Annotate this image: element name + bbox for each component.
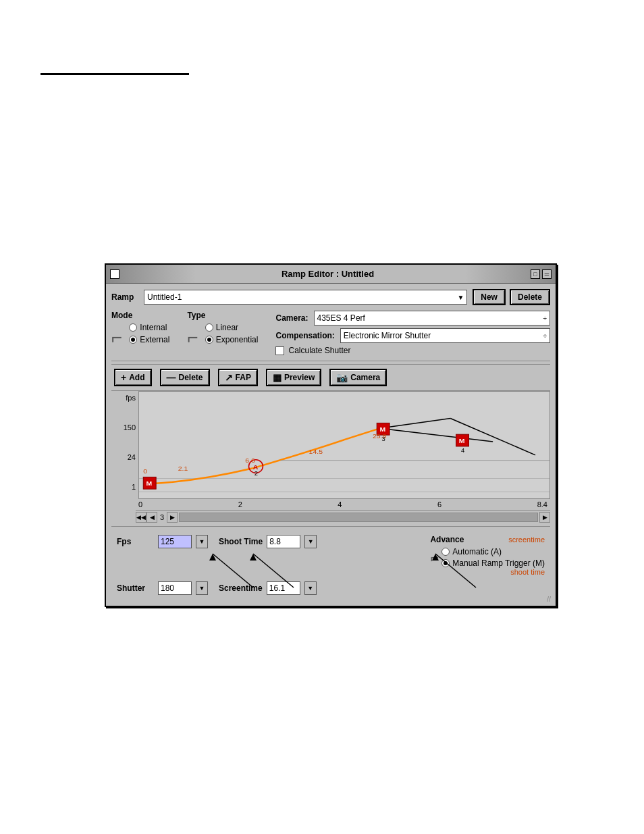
ramp-label: Ramp [111,292,138,302]
mode-internal-radio[interactable] [129,323,137,332]
y-axis: fps 150 24 1 [111,391,138,499]
mode-external-radio[interactable] [129,336,137,344]
scroll-right[interactable]: ▶ [167,512,178,523]
advance-automatic[interactable]: ⌐ Automatic (A) Manual Ramp Trigger (M) [430,547,545,568]
camera-icon: 📷 [336,372,348,383]
svg-text:6.6: 6.6 [245,457,255,464]
ramp-select[interactable]: Untitled-1 ▼ [144,290,467,305]
type-exponential[interactable]: Exponential [205,335,259,344]
manual-label: Manual Ramp Trigger (M) [452,558,545,568]
scroll-number: 3 [157,513,167,521]
automatic-radio-item[interactable]: Automatic (A) [441,547,545,556]
ramp-editor-window: Ramp Editor : Untitled □ ═ Ramp Untitled… [105,263,557,607]
automatic-radio[interactable] [441,548,450,556]
scroll-left[interactable]: ◀ [146,512,157,523]
mode-external[interactable]: External [129,335,169,344]
preview-button[interactable]: ▦ Preview [266,369,321,386]
x-84: 8.4 [537,500,547,509]
y-150: 150 [114,423,136,432]
calc-shutter-checkbox[interactable] [275,346,284,355]
add-button[interactable]: + Add [114,369,152,386]
shoot-time-label: Shoot Time [219,537,263,546]
shutter-group: Shutter ▼ [117,581,208,595]
type-linear-radio[interactable] [205,323,213,332]
x-0: 0 [138,500,142,509]
type-bracket: ⌐ [187,328,198,347]
camera-dropdown-arrow[interactable]: ÷ [543,315,547,322]
type-header: Type [187,311,258,320]
camera-section: Camera: 435ES 4 Perf ÷ Compensation: Ele… [275,311,550,355]
fps-input[interactable] [158,535,192,548]
automatic-label: Automatic (A) [452,547,502,556]
camera-select[interactable]: 435ES 4 Perf ÷ [314,311,551,325]
shutter-input[interactable] [158,581,192,595]
compensation-dropdown-arrow[interactable]: ÷ [543,332,547,340]
svg-text:0: 0 [143,468,147,475]
calc-shutter-label: Calculate Shutter [288,346,350,355]
mode-internal[interactable]: Internal [129,323,169,332]
new-button[interactable]: New [473,289,506,305]
fap-button[interactable]: ↗ FAP [218,369,258,386]
mode-radio-group: Internal External [129,323,169,347]
scroll-right-end[interactable]: ▶ [539,512,550,523]
graph-canvas[interactable]: M A 2 M 3 M 4 0 2.1 6.6 [138,391,550,499]
zoom-button[interactable]: □ [531,269,540,279]
add-icon: + [121,372,126,383]
compensation-select[interactable]: Electronic Mirror Shutter ÷ [340,328,550,343]
screentime-input[interactable] [267,581,300,595]
delete-button[interactable]: — Delete [160,369,210,386]
type-linear[interactable]: Linear [205,323,259,332]
manual-radio-item[interactable]: Manual Ramp Trigger (M) [441,558,545,568]
shoot-time-label-orange: shoot time [430,568,545,576]
advance-bracket: ⌐ [430,550,439,565]
mode-internal-label: Internal [140,323,167,332]
delete-label: Delete [179,373,203,382]
fps-label: fps [114,394,136,402]
collapse-button[interactable]: ═ [542,269,552,279]
type-radio-group: Linear Exponential [205,323,259,347]
shutter-dropdown[interactable]: ▼ [196,581,208,595]
compensation-value: Electronic Mirror Shutter [344,331,431,340]
camera-toolbar-label: Camera [350,373,380,382]
fps-dropdown[interactable]: ▼ [196,535,208,548]
mode-bracket-group: ⌐ Internal External [111,323,169,347]
camera-button[interactable]: 📷 Camera [329,369,387,386]
svg-line-2 [379,428,493,442]
shoot-time-group: Shoot Time ▼ [219,535,317,548]
type-linear-label: Linear [216,323,238,332]
delete-icon: — [167,372,176,383]
mode-bracket: ⌐ [111,328,122,347]
preview-icon: ▦ [273,372,281,383]
scroll-left-end[interactable]: ◀◀ [136,512,146,523]
shoot-time-input[interactable] [267,535,300,548]
svg-text:M: M [146,480,152,488]
screentime-dropdown[interactable]: ▼ [304,581,317,595]
mode-header: Mode [111,311,169,320]
x-6: 6 [437,500,441,509]
screentime-label: Screentime [219,583,263,593]
header-line [41,73,189,75]
svg-text:A: A [253,463,259,471]
close-box[interactable] [110,269,119,279]
resize-handle[interactable]: // [543,594,554,604]
fap-label: FAP [236,373,251,382]
title-controls: □ ═ [531,269,552,279]
ramp-dropdown-arrow[interactable]: ▼ [457,294,464,301]
scroll-row: ◀◀ ◀ 3 ▶ ▶ [136,510,550,523]
fps-group: Fps ▼ [117,535,208,548]
fap-icon: ↗ [225,372,233,383]
shoot-time-dropdown[interactable]: ▼ [304,535,317,548]
advance-label: Advance [430,535,464,544]
screentime-label-orange: screentime [508,536,545,544]
svg-line-3 [379,419,450,429]
svg-text:2.1: 2.1 [178,465,188,472]
mode-section: Mode ⌐ Internal External [111,311,169,347]
mode-external-label: External [140,335,169,344]
type-exponential-label: Exponential [216,335,259,344]
y-24: 24 [114,453,136,461]
scroll-track[interactable] [179,513,538,522]
manual-radio[interactable] [441,559,450,567]
type-exponential-radio[interactable] [205,336,213,344]
type-section: Type ⌐ Linear Exponential [187,311,258,347]
delete-ramp-button[interactable]: Delete [510,289,550,305]
